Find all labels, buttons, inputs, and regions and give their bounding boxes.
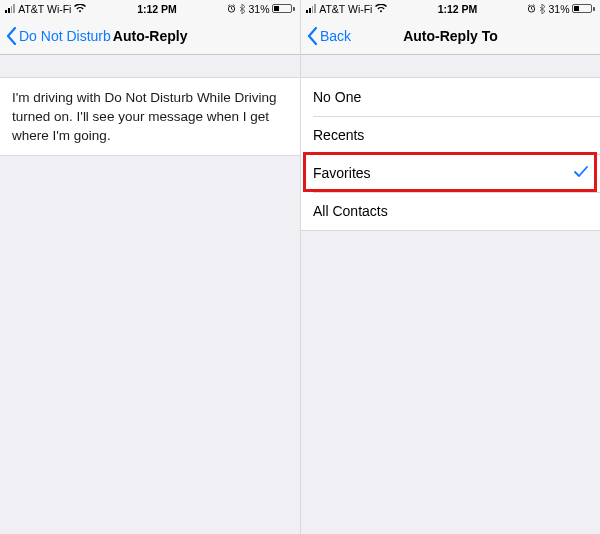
option-no-one[interactable]: No One <box>301 78 600 116</box>
alarm-icon <box>227 4 236 13</box>
status-left: AT&T Wi-Fi <box>306 3 387 15</box>
auto-reply-message-cell[interactable]: I'm driving with Do Not Disturb While Dr… <box>0 77 300 156</box>
bluetooth-icon <box>539 4 545 14</box>
nav-bar: Back Auto-Reply To <box>301 17 600 55</box>
battery-icon <box>272 4 295 13</box>
carrier-label: AT&T Wi-Fi <box>319 3 372 15</box>
page-title: Auto-Reply <box>113 28 188 44</box>
screen-auto-reply-to: AT&T Wi-Fi 1:12 PM 31% Back Auto-Reply T… <box>300 0 600 534</box>
alarm-icon <box>527 4 536 13</box>
option-favorites[interactable]: Favorites <box>301 154 600 192</box>
wifi-icon <box>375 4 387 13</box>
wifi-icon <box>74 4 86 13</box>
auto-reply-message-text: I'm driving with Do Not Disturb While Dr… <box>12 88 288 145</box>
status-time: 1:12 PM <box>438 3 478 15</box>
status-right: 31% <box>527 3 595 15</box>
carrier-label: AT&T Wi-Fi <box>18 3 71 15</box>
options-list: No One Recents Favorites All Contacts <box>301 77 600 231</box>
option-recents[interactable]: Recents <box>301 116 600 154</box>
signal-icon <box>5 4 15 13</box>
back-label: Do Not Disturb <box>19 28 111 44</box>
back-button[interactable]: Back <box>307 27 351 45</box>
nav-bar: Do Not Disturb Auto-Reply <box>0 17 300 55</box>
battery-pct: 31% <box>548 3 569 15</box>
option-label: No One <box>313 89 361 105</box>
status-bar: AT&T Wi-Fi 1:12 PM 31% <box>301 0 600 17</box>
option-all-contacts[interactable]: All Contacts <box>301 192 600 230</box>
status-bar: AT&T Wi-Fi 1:12 PM 31% <box>0 0 300 17</box>
checkmark-icon <box>574 165 588 181</box>
status-right: 31% <box>227 3 295 15</box>
signal-icon <box>306 4 316 13</box>
status-time: 1:12 PM <box>137 3 177 15</box>
battery-pct: 31% <box>248 3 269 15</box>
back-button[interactable]: Do Not Disturb <box>6 27 111 45</box>
bluetooth-icon <box>239 4 245 14</box>
battery-icon <box>572 4 595 13</box>
status-left: AT&T Wi-Fi <box>5 3 86 15</box>
option-label: Favorites <box>313 165 371 181</box>
option-label: All Contacts <box>313 203 388 219</box>
back-label: Back <box>320 28 351 44</box>
option-label: Recents <box>313 127 364 143</box>
screen-auto-reply: AT&T Wi-Fi 1:12 PM 31% Do Not Disturb Au… <box>0 0 300 534</box>
